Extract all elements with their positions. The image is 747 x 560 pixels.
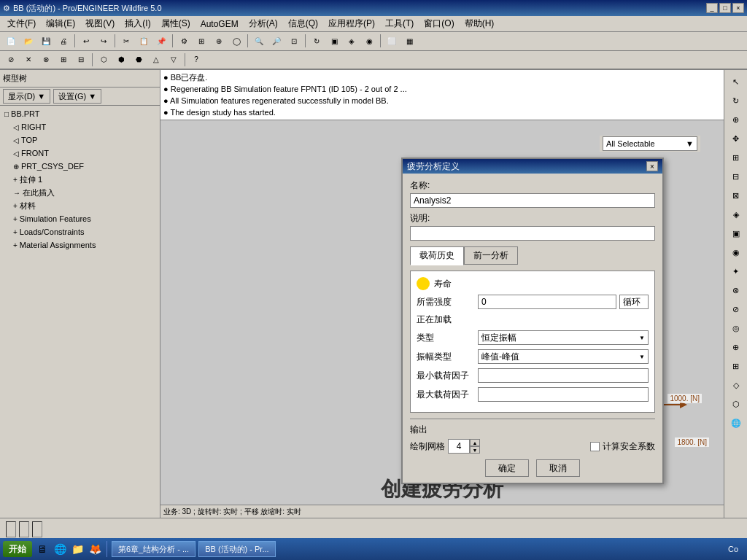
new-button[interactable]: 📄 <box>3 33 19 49</box>
tree-settings-btn[interactable]: 设置(G) ▼ <box>53 89 101 104</box>
menu-applications[interactable]: 应用程序(P) <box>324 16 379 31</box>
taskbar-btn-chapter[interactable]: 第6章_结构分析 - ... <box>112 541 196 557</box>
tree-item-insert-here[interactable]: → 在此插入 <box>1 186 158 199</box>
display1[interactable]: ▣ <box>326 33 342 49</box>
selectable-combo[interactable]: All Selectable ▼ <box>603 136 697 151</box>
rt-select[interactable]: ↖ <box>727 73 745 90</box>
paste-button[interactable]: 📌 <box>153 33 169 49</box>
print-button[interactable]: 🖨 <box>55 33 71 49</box>
tool2[interactable]: ⊞ <box>193 33 209 49</box>
menu-properties[interactable]: 属性(S) <box>157 16 195 31</box>
tree-item-front[interactable]: ◁ FRONT <box>1 147 158 160</box>
menu-help[interactable]: 帮助(H) <box>460 16 499 31</box>
spinner-down[interactable]: ▼ <box>470 446 480 454</box>
menu-tools[interactable]: 工具(T) <box>381 16 418 31</box>
rt-tool2[interactable]: ⊟ <box>727 168 745 185</box>
strength-input[interactable] <box>478 295 616 309</box>
feat1[interactable]: ⬡ <box>96 52 112 68</box>
rt-tool14[interactable]: ⬡ <box>727 395 745 413</box>
desc-input[interactable] <box>410 226 655 241</box>
zoom-in[interactable]: 🔍 <box>251 33 267 49</box>
datum2[interactable]: ✕ <box>20 52 36 68</box>
rt-tool5[interactable]: ▣ <box>727 225 745 242</box>
rt-tool8[interactable]: ⊗ <box>727 281 745 299</box>
undo-button[interactable]: ↩ <box>78 33 94 49</box>
rt-tool3[interactable]: ⊠ <box>727 187 745 204</box>
zoom-out[interactable]: 🔎 <box>268 33 285 49</box>
tree-item-bb-prt[interactable]: □ BB.PRT <box>1 107 158 120</box>
tool1[interactable]: ⚙ <box>176 33 192 49</box>
close-button[interactable]: × <box>732 3 744 13</box>
display2[interactable]: ◈ <box>344 33 360 49</box>
datum1[interactable]: ⊘ <box>3 52 19 68</box>
rt-pan[interactable]: ✥ <box>727 130 745 147</box>
tree-item-material[interactable]: + 材料 <box>1 199 158 212</box>
feat4[interactable]: △ <box>148 52 164 68</box>
tree-item-material-assign[interactable]: + Material Assignments <box>1 238 158 252</box>
menu-view[interactable]: 视图(V) <box>81 16 119 31</box>
grid-value-input[interactable] <box>448 439 470 454</box>
rt-rotate[interactable]: ↻ <box>727 92 745 109</box>
rt-tool1[interactable]: ⊞ <box>727 149 745 166</box>
min-load-input[interactable] <box>478 368 649 383</box>
type-combo[interactable]: 恒定振幅 ▼ <box>478 330 649 345</box>
datum3[interactable]: ⊗ <box>38 52 54 68</box>
menu-insert[interactable]: 插入(I) <box>120 16 155 31</box>
tree-item-right[interactable]: ◁ RIGHT <box>1 120 158 133</box>
cancel-button[interactable]: 取消 <box>536 459 580 477</box>
menu-edit[interactable]: 编辑(E) <box>42 16 80 31</box>
feat2[interactable]: ⬢ <box>113 52 129 68</box>
spinner-up[interactable]: ▲ <box>470 439 480 446</box>
menu-info[interactable]: 信息(Q) <box>284 16 322 31</box>
maximize-button[interactable]: □ <box>719 3 731 13</box>
tree-item-extrude[interactable]: + 拉伸 1 <box>1 173 158 186</box>
help2[interactable]: ? <box>188 52 204 68</box>
menu-file[interactable]: 文件(F) <box>3 16 40 31</box>
tree-item-sim-features[interactable]: + Simulation Features <box>1 212 158 225</box>
menu-window[interactable]: 窗口(O) <box>419 16 458 31</box>
tree-item-prt-csys[interactable]: ⊕ PRT_CSYS_DEF <box>1 160 158 173</box>
datum4[interactable]: ⊞ <box>55 52 71 68</box>
tool6[interactable]: ▦ <box>401 33 417 49</box>
menu-analysis[interactable]: 分析(A) <box>244 16 282 31</box>
display3[interactable]: ◉ <box>361 33 377 49</box>
menu-autogem[interactable]: AutoGEM <box>196 18 243 31</box>
open-button[interactable]: 📂 <box>20 33 36 49</box>
zoom-fit[interactable]: ⊡ <box>286 33 302 49</box>
rt-tool13[interactable]: ◇ <box>727 376 745 394</box>
cut-button[interactable]: ✂ <box>118 33 134 49</box>
tree-item-top[interactable]: ◁ TOP <box>1 133 158 147</box>
minimize-button[interactable]: _ <box>706 3 718 13</box>
save-button[interactable]: 💾 <box>38 33 54 49</box>
redo-button[interactable]: ↪ <box>96 33 112 49</box>
rt-tool4[interactable]: ◈ <box>727 206 745 223</box>
rt-zoom[interactable]: ⊕ <box>727 111 745 128</box>
feat5[interactable]: ▽ <box>166 52 182 68</box>
rt-tool6[interactable]: ◉ <box>727 244 745 261</box>
rt-tool11[interactable]: ⊕ <box>727 338 745 356</box>
rotate[interactable]: ↻ <box>309 33 325 49</box>
rt-globe[interactable]: 🌐 <box>727 414 745 432</box>
rt-tool9[interactable]: ⊘ <box>727 300 745 318</box>
feat3[interactable]: ⬣ <box>131 52 147 68</box>
ok-button[interactable]: 确定 <box>485 459 529 477</box>
tab-load-history[interactable]: 载荷历史 <box>410 246 464 265</box>
rt-tool10[interactable]: ◎ <box>727 319 745 337</box>
tool4[interactable]: ◯ <box>228 33 244 49</box>
max-load-input[interactable] <box>478 387 649 402</box>
rt-tool12[interactable]: ⊞ <box>727 357 745 375</box>
name-input[interactable] <box>410 193 655 208</box>
safety-factor-checkbox[interactable] <box>590 442 600 451</box>
tool3[interactable]: ⊕ <box>211 33 227 49</box>
tool5[interactable]: ⬜ <box>384 33 400 49</box>
start-button[interactable]: 开始 <box>3 541 32 557</box>
taskbar-btn-bb[interactable]: BB (活动的) - Pr... <box>198 541 275 557</box>
rt-tool7[interactable]: ✦ <box>727 262 745 280</box>
tree-item-loads[interactable]: + Loads/Constraints <box>1 225 158 238</box>
tree-display-btn[interactable]: 显示(D) ▼ <box>3 89 50 104</box>
dialog-close-button[interactable]: × <box>646 161 658 171</box>
tab-prev-analysis[interactable]: 前一分析 <box>464 246 518 265</box>
amplitude-combo[interactable]: 峰值-峰值 ▼ <box>478 349 649 364</box>
datum5[interactable]: ⊟ <box>73 52 89 68</box>
copy-button[interactable]: 📋 <box>136 33 152 49</box>
